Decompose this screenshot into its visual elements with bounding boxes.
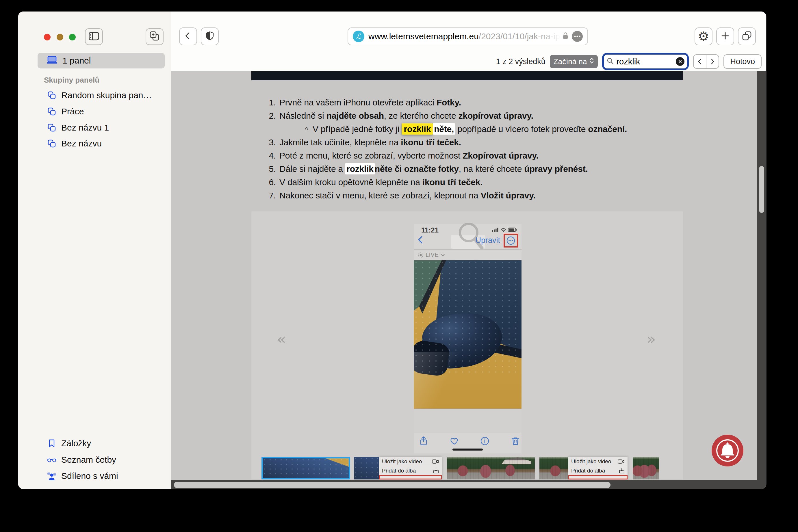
find-query-input[interactable] bbox=[616, 57, 673, 66]
context-menu: Uložit jako video Přidat do alba bbox=[568, 457, 628, 479]
house-in-photo bbox=[501, 457, 531, 464]
minimize-button[interactable] bbox=[57, 34, 63, 40]
list-text: Poté z menu, které se zobrazí, vyberte m… bbox=[279, 151, 539, 160]
thumbnail-selected bbox=[261, 457, 350, 479]
sidebar-item-tab-group[interactable]: Bez názvu 1 bbox=[38, 121, 165, 134]
tab-group-label: Bez názvu bbox=[61, 139, 102, 149]
url-host: www.letemsvetemapplem.eu bbox=[368, 32, 479, 41]
context-menu: Uložit jako video Přidat do alba bbox=[379, 457, 442, 479]
rain-drops bbox=[414, 260, 521, 376]
url-text: www.letemsvetemapplem.eu/2023/01/10/jak-… bbox=[368, 32, 560, 41]
sidebar-item-tab-group[interactable]: Práce bbox=[38, 105, 165, 118]
favorite-heart-icon bbox=[449, 436, 459, 448]
tab-group-label: Bez názvu 1 bbox=[61, 123, 109, 133]
close-button[interactable] bbox=[44, 34, 51, 40]
article-image: « » 11:21 Upravit bbox=[252, 211, 683, 479]
tab-group-label: Random skupina pan… bbox=[61, 90, 152, 100]
bookmarks-label: Záložky bbox=[61, 438, 91, 448]
toolbar: ℒ www.letemsvetemapplem.eu/2023/01/10/ja… bbox=[171, 12, 766, 71]
tab-overview-button[interactable] bbox=[738, 27, 756, 45]
sidebar-icon bbox=[88, 32, 99, 42]
home-indicator bbox=[452, 449, 483, 451]
list-text: Dále si najděte a rozklikněte či označte… bbox=[279, 163, 588, 174]
list-marker: ◦ bbox=[300, 123, 309, 135]
list-text: Jakmile tak učiníte, klepněte na ikonu t… bbox=[279, 137, 461, 147]
page-more-button[interactable] bbox=[572, 31, 583, 42]
gear-icon: ⚙ bbox=[698, 30, 709, 43]
find-results-count: 1 z 2 výsledků bbox=[496, 57, 545, 66]
new-tab-button[interactable] bbox=[716, 27, 734, 45]
find-previous-button[interactable] bbox=[694, 55, 706, 68]
sidebar-item-current-panel[interactable]: 1 panel bbox=[38, 53, 165, 69]
find-mode-dropdown[interactable]: Začíná na bbox=[550, 55, 598, 68]
notification-bell-button[interactable] bbox=[711, 435, 743, 467]
find-next-button[interactable] bbox=[706, 55, 719, 68]
sidebar-item-shared-with-you[interactable]: Sdíleno s vámi bbox=[38, 470, 165, 482]
find-mode-label: Začíná na bbox=[554, 57, 587, 66]
site-favicon: ℒ bbox=[353, 31, 364, 42]
desktop: 1 panel Skupiny panelů Random skupina pa… bbox=[0, 0, 798, 532]
ellipsis-circle-icon bbox=[506, 236, 516, 245]
video-camera-icon bbox=[432, 459, 439, 464]
menu-item-save-as-video: Uložit jako video bbox=[568, 457, 628, 466]
settings-button[interactable]: ⚙ bbox=[694, 27, 712, 45]
tab-group-icon bbox=[47, 139, 57, 148]
list-item: 3.Jakmile tak učiníte, klepněte na ikonu… bbox=[267, 136, 461, 149]
carousel-previous-icon: « bbox=[277, 331, 286, 346]
search-icon bbox=[607, 57, 614, 66]
browser-main: ℒ www.letemsvetemapplem.eu/2023/01/10/ja… bbox=[171, 12, 766, 489]
zoom-button[interactable] bbox=[69, 34, 76, 40]
iphone-screenshot: 11:21 Upravit bbox=[414, 224, 521, 453]
menu-item-label: Přidat do alba bbox=[382, 468, 416, 474]
back-button[interactable] bbox=[179, 27, 197, 45]
list-item: 6.V dalším kroku opětovně klepněte na ik… bbox=[267, 176, 482, 189]
live-label: LIVE bbox=[426, 251, 439, 258]
list-item: 5.Dále si najděte a rozklikněte či označ… bbox=[267, 163, 588, 175]
list-item: 2.Následně si najděte obsah, ze kterého … bbox=[267, 110, 533, 122]
list-text: Následně si najděte obsah, ze kterého ch… bbox=[279, 111, 533, 120]
find-done-button[interactable]: Hotovo bbox=[723, 54, 762, 69]
list-text: V dalším kroku opětovně klepněte na ikon… bbox=[279, 177, 482, 187]
panel-count-label: 1 panel bbox=[62, 56, 91, 65]
tab-groups-header: Skupiny panelů bbox=[44, 76, 99, 84]
photos-toolbar bbox=[414, 433, 521, 449]
list-marker: 1. bbox=[267, 96, 276, 109]
sidebar-item-tab-group[interactable]: Random skupina pan… bbox=[38, 89, 165, 102]
photos-edit-label: Upravit bbox=[475, 236, 500, 245]
menu-item-highlighted-red bbox=[379, 475, 442, 479]
menu-item-highlighted-red bbox=[568, 475, 628, 479]
clear-search-button[interactable] bbox=[676, 57, 684, 66]
live-photo-icon bbox=[418, 252, 424, 258]
menu-item-save-as-video: Uložit jako video bbox=[379, 457, 442, 466]
done-label: Hotovo bbox=[730, 57, 755, 66]
list-marker: 6. bbox=[267, 176, 276, 189]
menu-item-add-to-album: Přidat do alba bbox=[379, 466, 442, 475]
tab-group-label: Práce bbox=[61, 107, 84, 116]
sidebar-item-reading-list[interactable]: Seznam četby bbox=[38, 453, 165, 466]
sidebar-toggle-button[interactable] bbox=[85, 28, 103, 45]
find-search-field[interactable] bbox=[602, 53, 689, 70]
find-bar: 1 z 2 výsledků Začíná na Hotovo bbox=[496, 53, 762, 70]
sidebar-item-tab-group[interactable]: Bez názvu bbox=[38, 137, 165, 150]
privacy-report-button[interactable] bbox=[201, 27, 219, 45]
add-to-album-icon bbox=[619, 468, 625, 474]
sidebar-item-bookmarks[interactable]: Záložky bbox=[38, 437, 165, 450]
vertical-scrollbar-thumb[interactable] bbox=[759, 166, 764, 213]
safari-window: 1 panel Skupiny panelů Random skupina pa… bbox=[18, 12, 766, 489]
list-text: V případě jedné fotky ji rozklikněte, po… bbox=[313, 123, 627, 135]
menu-item-label: Uložit jako video bbox=[382, 458, 422, 465]
list-marker: 5. bbox=[267, 163, 276, 175]
horizontal-scrollbar-thumb[interactable] bbox=[174, 482, 611, 488]
trash-icon bbox=[510, 436, 521, 448]
list-marker: 7. bbox=[267, 189, 276, 202]
divider bbox=[414, 249, 521, 250]
address-bar[interactable]: ℒ www.letemsvetemapplem.eu/2023/01/10/ja… bbox=[348, 27, 588, 45]
car-mirror-photo bbox=[414, 260, 521, 409]
new-tab-group-button[interactable] bbox=[146, 28, 164, 45]
shield-icon bbox=[205, 31, 215, 42]
laptop-icon bbox=[46, 55, 58, 66]
video-camera-icon bbox=[618, 459, 625, 464]
page-header-image bbox=[252, 71, 683, 80]
chevron-up-down-icon bbox=[589, 57, 594, 66]
url-path: /2023/01/10/jak-na-iphone bbox=[479, 32, 560, 41]
